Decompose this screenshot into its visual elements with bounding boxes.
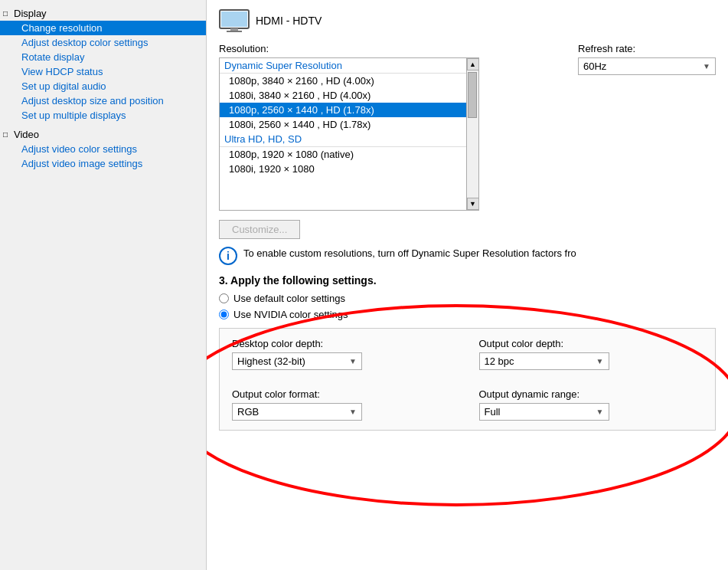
resolution-item-1[interactable]: 1080i, 3840 × 2160 , HD (4.00x) — [220, 88, 466, 103]
sidebar-item-view-hdcp[interactable]: View HDCP status — [0, 64, 206, 79]
monitor-header: HDMI - HDTV — [219, 9, 716, 32]
output-range-dropdown[interactable]: Full ▼ — [479, 403, 609, 421]
radio-default[interactable] — [219, 293, 229, 303]
output-depth-value: 12 bpc — [485, 355, 592, 367]
resolution-item-4[interactable]: 1080p, 1920 × 1080 (native) — [220, 147, 466, 162]
resolution-category-dsr: Dynamic Super Resolution — [220, 58, 466, 74]
desktop-depth-dropdown[interactable]: Highest (32-bit) ▼ — [232, 352, 362, 370]
output-range-value: Full — [485, 406, 592, 418]
scroll-thumb — [468, 72, 477, 118]
color-grid: Desktop color depth: Highest (32-bit) ▼ … — [232, 338, 703, 421]
resolution-item-2[interactable]: 1080p, 2560 × 1440 , HD (1.78x) — [220, 103, 466, 117]
monitor-icon — [219, 9, 250, 32]
output-range-field: Output dynamic range: Full ▼ — [479, 388, 704, 421]
svg-rect-1 — [221, 11, 247, 27]
desktop-depth-value: Highest (32-bit) — [237, 355, 344, 367]
expand-icon-video: □ — [3, 130, 12, 139]
sidebar-category-display-label: Display — [14, 8, 47, 19]
output-format-label: Output color format: — [232, 388, 456, 400]
scroll-thumb-area — [467, 70, 478, 198]
color-panel-wrapper: Desktop color depth: Highest (32-bit) ▼ … — [219, 325, 716, 431]
resolution-scrollbar[interactable]: ▲ ▼ — [466, 58, 478, 210]
resolution-section: Resolution: Dynamic Super Resolution 108… — [219, 43, 716, 211]
sidebar-item-video-color[interactable]: Adjust video color settings — [0, 142, 206, 156]
radio-nvidia-label: Use NVIDIA color settings — [233, 309, 348, 320]
sidebar-item-adjust-desktop-color[interactable]: Adjust desktop color settings — [0, 35, 206, 50]
resolution-item-5[interactable]: 1080i, 1920 × 1080 — [220, 162, 466, 176]
scroll-up-btn[interactable]: ▲ — [467, 58, 479, 70]
sidebar-item-desktop-size[interactable]: Adjust desktop size and position — [0, 93, 206, 108]
output-depth-label: Output color depth: — [479, 338, 704, 349]
sidebar: □ Display Change resolution Adjust deskt… — [0, 0, 207, 570]
refresh-rate-dropdown[interactable]: 60Hz ▼ — [578, 57, 716, 75]
radio-default-label: Use default color settings — [233, 293, 345, 304]
refresh-rate-col: Refresh rate: 60Hz ▼ — [578, 43, 716, 211]
sidebar-item-change-resolution[interactable]: Change resolution — [0, 21, 206, 35]
sidebar-item-digital-audio[interactable]: Set up digital audio — [0, 79, 206, 93]
scroll-down-btn[interactable]: ▼ — [467, 198, 479, 210]
output-format-field: Output color format: RGB ▼ — [232, 388, 456, 421]
main-content: HDMI - HDTV Resolution: Dynamic Super Re… — [207, 0, 728, 570]
svg-rect-2 — [230, 28, 238, 31]
output-depth-field: Output color depth: 12 bpc ▼ — [479, 338, 704, 370]
radio-nvidia-row[interactable]: Use NVIDIA color settings — [219, 309, 716, 320]
svg-rect-3 — [227, 31, 242, 32]
customize-btn-row: Customize... — [219, 220, 716, 239]
customize-button[interactable]: Customize... — [219, 220, 300, 239]
refresh-rate-label: Refresh rate: — [578, 43, 716, 54]
monitor-name: HDMI - HDTV — [256, 15, 322, 27]
output-range-label: Output dynamic range: — [479, 388, 704, 400]
color-settings-panel: Desktop color depth: Highest (32-bit) ▼ … — [219, 328, 716, 431]
resolution-item-0[interactable]: 1080p, 3840 × 2160 , HD (4.00x) — [220, 74, 466, 88]
desktop-depth-field: Desktop color depth: Highest (32-bit) ▼ — [232, 338, 456, 370]
radio-nvidia[interactable] — [219, 310, 229, 319]
desktop-depth-label: Desktop color depth: — [232, 338, 456, 349]
radio-default-row[interactable]: Use default color settings — [219, 293, 716, 304]
output-depth-dropdown[interactable]: 12 bpc ▼ — [479, 352, 609, 370]
sidebar-category-display[interactable]: □ Display — [0, 6, 206, 21]
apply-heading: 3. Apply the following settings. — [219, 274, 716, 287]
refresh-rate-value: 60Hz — [583, 61, 698, 72]
info-icon: i — [219, 247, 237, 265]
resolution-listbox-inner[interactable]: Dynamic Super Resolution 1080p, 3840 × 2… — [220, 58, 466, 210]
sidebar-category-video[interactable]: □ Video — [0, 127, 206, 142]
resolution-col: Resolution: Dynamic Super Resolution 108… — [219, 43, 547, 211]
resolution-item-3[interactable]: 1080i, 2560 × 1440 , HD (1.78x) — [220, 117, 466, 132]
output-format-value: RGB — [237, 406, 344, 418]
sidebar-category-video-label: Video — [14, 129, 39, 140]
info-text: To enable custom resolutions, turn off D… — [243, 247, 576, 260]
output-depth-arrow: ▼ — [596, 357, 604, 365]
refresh-rate-dropdown-arrow: ▼ — [703, 62, 710, 70]
info-row: i To enable custom resolutions, turn off… — [219, 247, 716, 265]
sidebar-item-rotate-display[interactable]: Rotate display — [0, 50, 206, 64]
output-range-arrow: ▼ — [596, 408, 604, 416]
expand-icon-display: □ — [3, 9, 12, 18]
output-format-arrow: ▼ — [349, 408, 357, 416]
resolution-label: Resolution: — [219, 43, 547, 54]
sidebar-item-video-image[interactable]: Adjust video image settings — [0, 156, 206, 171]
resolution-listbox[interactable]: Dynamic Super Resolution 1080p, 3840 × 2… — [219, 57, 479, 211]
resolution-category-uhd: Ultra HD, HD, SD — [220, 132, 466, 147]
desktop-depth-arrow: ▼ — [349, 357, 357, 365]
sidebar-item-multiple-displays[interactable]: Set up multiple displays — [0, 108, 206, 123]
output-format-dropdown[interactable]: RGB ▼ — [232, 403, 362, 421]
